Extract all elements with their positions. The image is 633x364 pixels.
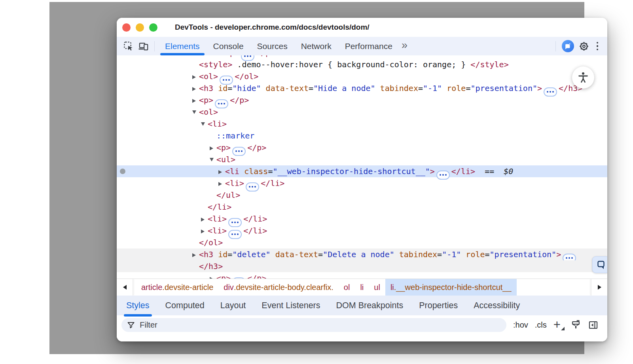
expand-arrow-icon[interactable]	[192, 94, 199, 106]
minimize-button[interactable]	[136, 23, 144, 32]
breadcrumb-item-ul[interactable]: ul	[369, 279, 385, 296]
toggle-sidebar-button[interactable]	[588, 320, 599, 330]
element-classes-button[interactable]: .cls	[535, 320, 547, 330]
code-segment-attr: data-text	[271, 250, 318, 259]
breadcrumb-item-li-web-inspector-hide-shortcut-[interactable]: li.__web-inspector-hide-shortcut__	[385, 279, 517, 296]
dom-tree-row[interactable]: <p></p>	[117, 272, 607, 279]
ai-assistance-button[interactable]	[562, 40, 574, 52]
dom-tree-row[interactable]: </ul>	[117, 189, 607, 201]
expand-arrow-icon[interactable]	[210, 142, 216, 154]
sidebar-tab-accessibility[interactable]: Accessibility	[466, 296, 528, 315]
breadcrumb-classes: .devsite-article	[162, 283, 213, 292]
filter-input[interactable]	[139, 320, 501, 330]
code-segment-tag: </p>	[230, 95, 249, 105]
code-segment-tag: <p>	[225, 55, 239, 57]
breadcrumb-scroll-left-button[interactable]	[117, 279, 133, 296]
dom-tree-row[interactable]: ::marker	[117, 130, 607, 142]
rendering-emulation-button[interactable]	[570, 320, 581, 330]
code-segment-tag: </h3>	[199, 262, 223, 271]
expand-arrow-icon[interactable]	[210, 272, 216, 279]
dom-tree-row[interactable]: <p></p>	[117, 142, 607, 154]
dom-tree-row[interactable]: <p></p>	[117, 94, 607, 106]
code-segment-attr: data-text	[261, 83, 309, 93]
more-options-button[interactable]	[591, 42, 604, 51]
expand-arrow-icon[interactable]	[192, 70, 199, 82]
settings-gear-icon	[578, 41, 589, 52]
expand-arrow-icon[interactable]	[218, 177, 225, 189]
breadcrumb-tag: ol	[344, 283, 350, 292]
sidebar-tab-layout[interactable]: Layout	[212, 296, 254, 315]
dom-tree-row[interactable]: </h3>	[117, 260, 607, 272]
window-title: DevTools - developer.chrome.com/docs/dev…	[175, 23, 370, 32]
filter-funnel-icon	[127, 321, 135, 329]
tab-performance[interactable]: Performance	[338, 37, 399, 55]
collapse-arrow-icon[interactable]	[210, 154, 216, 165]
code-segment-tag: </p>	[256, 55, 275, 57]
settings-button[interactable]	[577, 39, 591, 53]
code-segment-val: "-1"	[423, 83, 442, 93]
breadcrumb-tag: li	[390, 283, 394, 292]
more-tabs-button[interactable]: »	[399, 39, 412, 53]
tab-console[interactable]: Console	[207, 37, 250, 55]
selection-dot	[120, 169, 125, 174]
breadcrumb-item-ol[interactable]: ol	[339, 279, 355, 296]
dom-tree-row[interactable]: <li></li>	[117, 213, 607, 225]
zoom-button[interactable]	[149, 23, 157, 32]
ellipsis-expand-icon[interactable]	[232, 277, 246, 279]
close-button[interactable]	[122, 23, 131, 32]
ai-assistance-badge-button[interactable]	[592, 256, 607, 273]
toggle-element-state-button[interactable]: :hov	[513, 320, 528, 330]
sidebar-tab-bar: StylesComputedLayoutEvent ListenersDOM B…	[117, 296, 607, 315]
code-segment-tag: <li>	[208, 226, 227, 235]
expand-arrow-icon[interactable]	[192, 82, 199, 94]
styles-filter[interactable]	[121, 318, 506, 332]
code-segment-txt: =	[227, 250, 232, 259]
breadcrumb-item-div-devsite-article-body-clearfix-[interactable]: div.devsite-article-body.clearfix.	[218, 279, 339, 296]
code-segment-tag: >	[430, 167, 435, 176]
breadcrumb-bar: article.devsite-articlediv.devsite-artic…	[117, 279, 607, 296]
dom-tree-row-selected[interactable]: <li class="__web-inspector-hide-shortcut…	[117, 165, 607, 177]
tab-elements[interactable]: Elements	[158, 37, 207, 55]
sidebar-tab-computed[interactable]: Computed	[157, 296, 212, 315]
code-segment-attr: tabindex	[394, 250, 437, 259]
dom-tree-row[interactable]: <li></li>	[117, 225, 607, 237]
expand-arrow-icon[interactable]	[192, 248, 199, 260]
code-segment-tag: <p>	[216, 143, 231, 152]
sidebar-tab-properties[interactable]: Properties	[411, 296, 466, 315]
expand-arrow-icon[interactable]	[201, 225, 208, 237]
breadcrumb-item-li[interactable]: li	[355, 279, 369, 296]
collapse-arrow-icon[interactable]	[192, 106, 199, 118]
device-toolbar-button[interactable]	[136, 39, 150, 53]
tab-sources[interactable]: Sources	[250, 37, 294, 55]
dom-tree-row[interactable]: <ol></ol>	[117, 70, 607, 82]
sidebar-tab-event-listeners[interactable]: Event Listeners	[254, 296, 328, 315]
dom-tree-row[interactable]: <ul>	[117, 154, 607, 165]
new-style-rule-button[interactable]: +	[553, 321, 564, 329]
dom-tree-row[interactable]: <style> .demo--hover:hover { background-…	[117, 59, 607, 70]
dom-tree-row[interactable]: <li>	[117, 118, 607, 130]
sidebar-tab-dom-breakpoints[interactable]: DOM Breakpoints	[328, 296, 411, 315]
code-segment-tag: </li>	[261, 178, 284, 188]
tab-network[interactable]: Network	[294, 37, 338, 55]
panel-tab-bar: ElementsConsoleSourcesNetworkPerformance	[158, 37, 399, 55]
breadcrumb-scroll-right-button[interactable]	[591, 279, 607, 296]
dom-tree-row[interactable]: <ol>	[117, 106, 607, 118]
dom-tree-row[interactable]: </ol>	[117, 237, 607, 248]
breadcrumb-item-article-devsite-article[interactable]: article.devsite-article	[136, 279, 218, 296]
sidebar-tab-styles[interactable]: Styles	[118, 296, 157, 315]
dom-tree-row[interactable]: <li></li>	[117, 177, 607, 189]
dom-tree-row[interactable]: </li>	[117, 201, 607, 213]
accessibility-overlay-button[interactable]	[572, 66, 594, 89]
expand-arrow-icon[interactable]	[218, 165, 225, 177]
collapse-arrow-icon[interactable]	[201, 118, 208, 130]
inspect-element-button[interactable]	[121, 39, 135, 53]
devtools-window: DevTools - developer.chrome.com/docs/dev…	[117, 18, 607, 341]
code-segment-tag: <style>	[199, 60, 232, 69]
expand-arrow-icon[interactable]	[201, 213, 208, 225]
dom-tree-row[interactable]: <h3 id="delete" data-text="Delete a node…	[117, 248, 607, 260]
code-segment-val: "presentation"	[470, 83, 537, 93]
dom-tree-row[interactable]: <h3 id="hide" data-text="Hide a node" ta…	[117, 82, 607, 94]
main-toolbar: ElementsConsoleSourcesNetworkPerformance…	[117, 37, 607, 55]
code-segment-tag: <ol>	[199, 72, 218, 81]
dom-tree-row[interactable]: <p></p>	[117, 55, 607, 59]
